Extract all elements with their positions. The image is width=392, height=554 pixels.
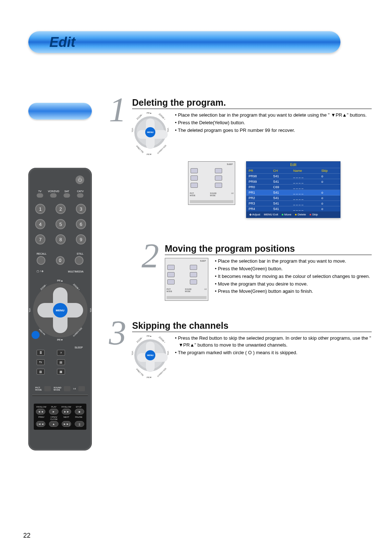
step-3-number: 3 [109,315,126,350]
osd-row-selected: PR1S41_ _ _ _o [246,190,340,195]
step-2-bullets: Place the selection bar in the program t… [215,258,372,296]
t-l-open: OPEN/ CLOSE [48,416,59,420]
vol-left-label: VOL [29,308,31,312]
multimedia-label: MULTIMEDIA [68,270,83,273]
step-1: 1 Deleting the program. PR▲ MENU VOL VOL… [109,97,372,218]
t-l-stop: STOP [73,406,84,408]
play-button[interactable]: ► [49,409,58,415]
step-1-number: 1 [109,92,126,127]
remote-control: ⏻ TV VCR/DVD SAT CATV 1 2 3 4 5 6 7 8 9 … [28,168,92,450]
osd-row: PR4S41_ _ _ _o [246,206,340,212]
t-l-pause: PAUSE [73,416,84,420]
t-l-next: NEXT [61,416,72,420]
t-l-prev: PREV [36,416,47,420]
remote-divider [32,395,88,396]
dpad: MENU PR▲ PR▼ VOL VOL ZOOM - ZOOM + PREV … [33,283,87,337]
prev-button[interactable]: |◄◄ [36,421,45,427]
step-1-title: Deleting the program. [132,97,372,109]
mute-button[interactable] [32,331,40,339]
osd-row: PR3S41_ _ _ _o [246,201,340,206]
num-3[interactable]: 3 [76,204,86,214]
t-l-play: PLAY [48,406,59,408]
num-6[interactable]: 6 [76,219,86,229]
teletext-btn-2[interactable]: ? [57,350,65,356]
tvav-label: ▢ / ⊕ [37,270,44,273]
next-button[interactable]: ►►| [62,421,71,427]
num-4[interactable]: 4 [35,219,45,229]
osd-legend: ◆ Adjust MENU Exit ■ Move ■ Delete ■ Ski… [246,211,340,218]
still-button[interactable] [75,256,83,265]
teletext-btn-3[interactable]: ⮀ [37,359,45,365]
src-tv: TV [38,190,41,193]
osd-edit-table: Edit PR CH Name Skip PR98S41_ _ _ _o PR9… [246,161,340,218]
src-vcrdvd-button[interactable] [50,193,57,198]
mini-panel-step2: SLEEP PICT. MODE SOUND MODE I-II [165,258,208,301]
num-9[interactable]: 9 [76,234,86,244]
t-l-ffslow: FF/SLOW [61,406,72,408]
vol-right-label: VOL [90,308,92,312]
mini-dpad-3: PR▲ MENU VOL VOL ZOOM - ZOOM + PREV PR S… [132,335,168,379]
pr-dn-label: PR▼ [57,339,63,341]
still-label: STILL [77,252,83,255]
i-ii-button[interactable] [78,386,85,391]
mini-dpad-1: PR▲ MENU VOL VOL ZOOM - ZOOM + PREV PR S… [132,112,168,155]
recall-label: RECALL [37,252,46,255]
num-7[interactable]: 7 [35,234,45,244]
num-8[interactable]: 8 [56,234,66,244]
num-1[interactable]: 1 [35,204,45,214]
num-0[interactable]: 0 [56,256,65,265]
i-ii-label: I-II [73,388,76,390]
main-content: 1 Deleting the program. PR▲ MENU VOL VOL… [109,97,372,398]
num-2[interactable]: 2 [56,204,66,214]
source-row: TV VCR/DVD SAT CATV [29,190,91,198]
mini-panel-step1: SLEEP PICT. MODE SOUND MODE I-II [188,161,235,205]
src-sat: SAT [65,190,69,193]
pause-button[interactable]: || [75,421,84,427]
sleep-label: SLEEP [74,346,83,349]
num-5[interactable]: 5 [56,219,66,229]
src-sat-button[interactable] [64,193,70,198]
pr-up-label: PR▲ [57,279,63,282]
teletext-btn-6[interactable]: ▦ [57,369,65,375]
ffslow-button[interactable]: ►► [62,409,71,415]
color-buttons: ≣ ? ⮀ ▤ ▥ ▦ [37,350,65,375]
osd-row: PR2S41_ _ _ _o [246,195,340,201]
osd-row: PR98S41_ _ _ _o [246,174,340,179]
sound-mode-button[interactable] [64,386,70,391]
osd-title: Edit [246,162,340,168]
src-catv-button[interactable] [77,193,83,198]
transport-block: FR/SLOW PLAY FF/SLOW STOP ◄◄ ► ►► ■ PREV… [34,404,86,430]
recall-button[interactable] [37,256,45,265]
src-tv-button[interactable] [37,193,43,198]
decorative-pill [28,103,92,120]
osd-row: PR0C69_ _ _ _ [246,185,340,190]
pict-mode-button[interactable] [44,386,51,391]
t-l-frslow: FR/SLOW [36,406,47,408]
osd-row: PR99S41_ _ _ _o [246,179,340,185]
step-3-bullets: Press the Red button to skip the selecte… [175,335,372,357]
open-button[interactable]: ▲ [49,421,58,427]
step-3-title: Skipping the channels [132,320,372,332]
page-title-pill: Edit [28,31,340,53]
step-2: 2 Moving the program positions SLEEP PIC… [142,243,372,301]
teletext-btn-4[interactable]: ▤ [57,359,65,365]
frslow-button[interactable]: ◄◄ [36,409,45,415]
pict-mode-label: PICT. MODE [35,387,42,391]
page-number: 22 [23,532,30,539]
teletext-btn-5[interactable]: ▥ [37,369,45,375]
step-1-bullets: Place the selection bar in the program t… [175,112,372,155]
step-2-number: 2 [142,238,159,273]
step-3: 3 Skipping the channels PR▲ MENU VOL VOL… [109,320,372,379]
menu-button[interactable]: MENU [53,303,68,318]
power-button[interactable]: ⏻ [75,175,84,184]
osd-table: PR CH Name Skip PR98S41_ _ _ _o PR99S41_… [246,168,340,211]
sound-mode-label: SOUND MODE [54,387,62,391]
stop-button[interactable]: ■ [75,409,84,415]
src-vcrdvd: VCR/DVD [48,190,60,193]
teletext-btn-1[interactable]: ≣ [37,350,45,356]
page-title: Edit [49,35,75,50]
src-catv: CATV [77,190,83,193]
number-pad: 1 2 3 4 5 6 7 8 9 [35,204,85,244]
step-2-title: Moving the program positions [165,243,372,255]
